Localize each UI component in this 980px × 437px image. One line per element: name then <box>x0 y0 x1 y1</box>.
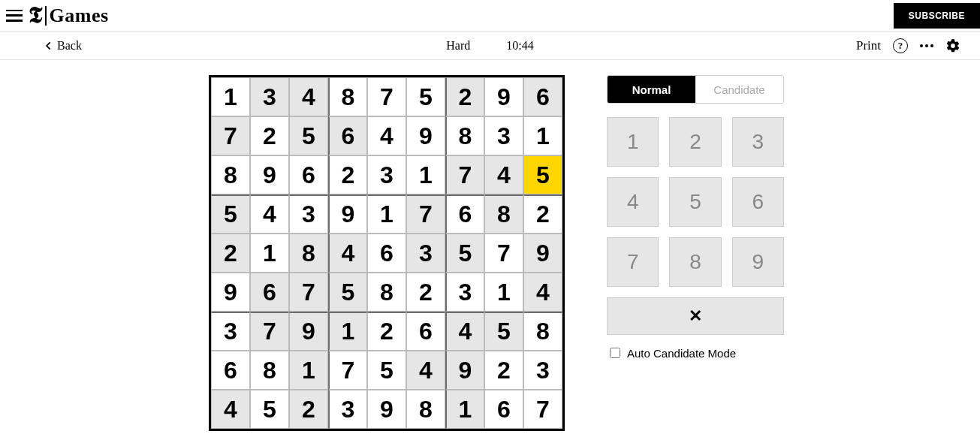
help-button[interactable]: ? <box>893 38 908 53</box>
cell-r3-c0[interactable]: 5 <box>211 194 250 234</box>
cell-r6-c6[interactable]: 4 <box>445 312 484 351</box>
cell-r6-c2[interactable]: 9 <box>289 312 328 351</box>
cell-r5-c4[interactable]: 8 <box>367 273 406 312</box>
key-5[interactable]: 5 <box>669 177 721 227</box>
cell-r1-c6[interactable]: 8 <box>445 116 484 155</box>
cell-r7-c8[interactable]: 3 <box>523 351 562 390</box>
cell-r5-c7[interactable]: 1 <box>484 273 523 312</box>
cell-r6-c3[interactable]: 1 <box>328 312 367 351</box>
cell-r6-c0[interactable]: 3 <box>211 312 250 351</box>
cell-r4-c0[interactable]: 2 <box>211 234 250 273</box>
key-1[interactable]: 1 <box>607 117 659 167</box>
cell-r7-c5[interactable]: 4 <box>406 351 445 390</box>
print-button[interactable]: Print <box>856 38 881 53</box>
cell-r2-c7[interactable]: 4 <box>484 155 523 194</box>
cell-r5-c8[interactable]: 4 <box>523 273 562 312</box>
cell-r5-c6[interactable]: 3 <box>445 273 484 312</box>
cell-r3-c3[interactable]: 9 <box>328 194 367 234</box>
cell-r6-c1[interactable]: 7 <box>250 312 289 351</box>
cell-r3-c5[interactable]: 7 <box>406 194 445 234</box>
cell-r1-c3[interactable]: 6 <box>328 116 367 155</box>
cell-r7-c3[interactable]: 7 <box>328 351 367 390</box>
cell-r4-c5[interactable]: 3 <box>406 234 445 273</box>
mode-normal-button[interactable]: Normal <box>608 76 695 103</box>
cell-r5-c5[interactable]: 2 <box>406 273 445 312</box>
cell-r7-c4[interactable]: 5 <box>367 351 406 390</box>
cell-r1-c7[interactable]: 3 <box>484 116 523 155</box>
cell-r1-c5[interactable]: 9 <box>406 116 445 155</box>
cell-r8-c7[interactable]: 6 <box>484 390 523 429</box>
auto-candidate-checkbox[interactable] <box>610 348 620 358</box>
cell-r6-c8[interactable]: 8 <box>523 312 562 351</box>
cell-r5-c0[interactable]: 9 <box>211 273 250 312</box>
cell-r0-c1[interactable]: 3 <box>250 77 289 116</box>
cell-r0-c8[interactable]: 6 <box>523 77 562 116</box>
logo[interactable]: 𝕿 Games <box>29 2 109 29</box>
cell-r8-c3[interactable]: 3 <box>328 390 367 429</box>
cell-r4-c8[interactable]: 9 <box>523 234 562 273</box>
cell-r6-c5[interactable]: 6 <box>406 312 445 351</box>
cell-r8-c1[interactable]: 5 <box>250 390 289 429</box>
cell-r0-c2[interactable]: 4 <box>289 77 328 116</box>
key-3[interactable]: 3 <box>732 117 784 167</box>
cell-r3-c1[interactable]: 4 <box>250 194 289 234</box>
cell-r7-c0[interactable]: 6 <box>211 351 250 390</box>
cell-r4-c6[interactable]: 5 <box>445 234 484 273</box>
cell-r1-c2[interactable]: 5 <box>289 116 328 155</box>
cell-r8-c5[interactable]: 8 <box>406 390 445 429</box>
cell-r3-c6[interactable]: 6 <box>445 194 484 234</box>
subscribe-button[interactable]: SUBSCRIBE <box>894 3 980 29</box>
cell-r2-c1[interactable]: 9 <box>250 155 289 194</box>
cell-r4-c1[interactable]: 1 <box>250 234 289 273</box>
cell-r3-c8[interactable]: 2 <box>523 194 562 234</box>
cell-r0-c7[interactable]: 9 <box>484 77 523 116</box>
cell-r4-c4[interactable]: 6 <box>367 234 406 273</box>
key-7[interactable]: 7 <box>607 237 659 287</box>
cell-r2-c6[interactable]: 7 <box>445 155 484 194</box>
cell-r1-c8[interactable]: 1 <box>523 116 562 155</box>
cell-r8-c8[interactable]: 7 <box>523 390 562 429</box>
key-9[interactable]: 9 <box>732 237 784 287</box>
back-button[interactable]: Back <box>44 39 82 53</box>
cell-r4-c2[interactable]: 8 <box>289 234 328 273</box>
cell-r7-c1[interactable]: 8 <box>250 351 289 390</box>
settings-button[interactable] <box>945 38 960 53</box>
cell-r1-c0[interactable]: 7 <box>211 116 250 155</box>
cell-r5-c2[interactable]: 7 <box>289 273 328 312</box>
cell-r3-c4[interactable]: 1 <box>367 194 406 234</box>
key-8[interactable]: 8 <box>669 237 721 287</box>
cell-r5-c1[interactable]: 6 <box>250 273 289 312</box>
menu-icon[interactable] <box>6 10 23 22</box>
cell-r2-c5[interactable]: 1 <box>406 155 445 194</box>
key-6[interactable]: 6 <box>732 177 784 227</box>
cell-r6-c4[interactable]: 2 <box>367 312 406 351</box>
cell-r4-c7[interactable]: 7 <box>484 234 523 273</box>
cell-r2-c8[interactable]: 5 <box>523 155 562 194</box>
cell-r3-c7[interactable]: 8 <box>484 194 523 234</box>
cell-r8-c4[interactable]: 9 <box>367 390 406 429</box>
cell-r8-c2[interactable]: 2 <box>289 390 328 429</box>
key-clear[interactable]: ✕ <box>607 297 784 335</box>
cell-r2-c2[interactable]: 6 <box>289 155 328 194</box>
cell-r7-c7[interactable]: 2 <box>484 351 523 390</box>
cell-r0-c5[interactable]: 5 <box>406 77 445 116</box>
cell-r0-c4[interactable]: 7 <box>367 77 406 116</box>
cell-r2-c4[interactable]: 3 <box>367 155 406 194</box>
cell-r8-c0[interactable]: 4 <box>211 390 250 429</box>
cell-r5-c3[interactable]: 5 <box>328 273 367 312</box>
auto-candidate-toggle[interactable]: Auto Candidate Mode <box>607 345 784 360</box>
cell-r4-c3[interactable]: 4 <box>328 234 367 273</box>
cell-r0-c6[interactable]: 2 <box>445 77 484 116</box>
key-4[interactable]: 4 <box>607 177 659 227</box>
cell-r6-c7[interactable]: 5 <box>484 312 523 351</box>
cell-r1-c4[interactable]: 4 <box>367 116 406 155</box>
key-2[interactable]: 2 <box>669 117 721 167</box>
more-icon[interactable] <box>920 44 933 47</box>
cell-r1-c1[interactable]: 2 <box>250 116 289 155</box>
cell-r7-c6[interactable]: 9 <box>445 351 484 390</box>
cell-r7-c2[interactable]: 1 <box>289 351 328 390</box>
cell-r3-c2[interactable]: 3 <box>289 194 328 234</box>
cell-r2-c0[interactable]: 8 <box>211 155 250 194</box>
cell-r8-c6[interactable]: 1 <box>445 390 484 429</box>
cell-r2-c3[interactable]: 2 <box>328 155 367 194</box>
